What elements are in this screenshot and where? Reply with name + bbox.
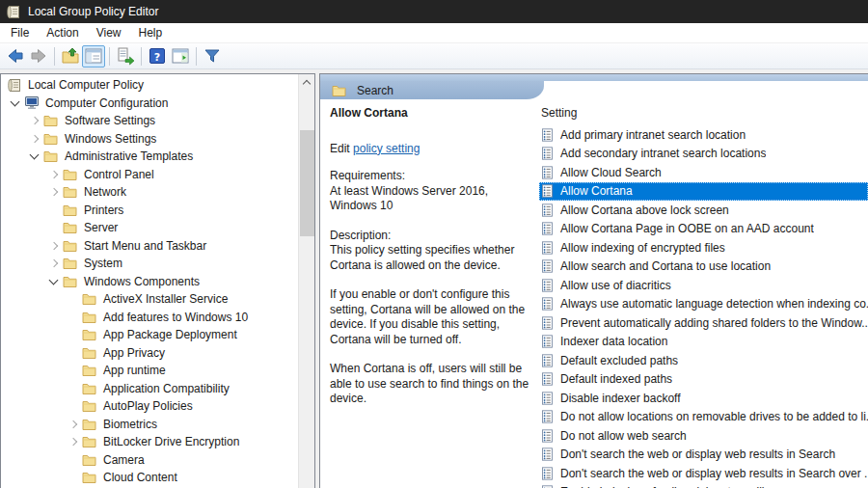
list-item[interactable]: Prevent automatically adding shared fold… [539, 313, 868, 333]
chevron-right-icon[interactable] [45, 183, 63, 201]
setting-label: Allow Cortana [560, 184, 633, 198]
requirements-text: At least Windows Server 2016, Windows 10 [330, 184, 529, 214]
list-item[interactable]: Do not allow web search [539, 426, 868, 446]
setting-label: Allow Cloud Search [560, 166, 662, 179]
edit-policy-setting-link[interactable]: policy setting [353, 142, 420, 155]
chevron-right-icon[interactable] [45, 166, 63, 183]
folder-icon [82, 435, 98, 449]
menu-file[interactable]: File [2, 24, 38, 41]
help-button[interactable]: ? [146, 45, 169, 68]
console-tree-pane: Local Computer PolicyComputer Configurat… [0, 73, 315, 488]
tree-item-label: Camera [103, 453, 145, 467]
results-pane: Search Allow Cortana Edit policy setting… [319, 73, 868, 488]
export-list-icon [116, 46, 135, 66]
list-item[interactable]: Enable indexing of online delegate mailb… [539, 483, 868, 488]
setting-doc-icon [541, 165, 556, 179]
setting-doc-icon [541, 315, 556, 330]
list-item[interactable]: Don't search the web or display web resu… [539, 446, 868, 465]
tree-item-control-panel[interactable]: Control Panel [1, 166, 298, 184]
export-list-button[interactable] [114, 45, 137, 68]
chevron-placeholder [65, 451, 82, 469]
chevron-right-icon[interactable] [26, 112, 43, 129]
show-console-tree-button[interactable] [82, 45, 105, 68]
tree-item-system[interactable]: System [1, 255, 298, 273]
show-action-pane-button[interactable] [169, 45, 192, 68]
setting-label: Always use automatic language detection … [560, 297, 868, 311]
tree-item-app-runtime[interactable]: App runtime [1, 362, 298, 380]
menu-view[interactable]: View [88, 24, 130, 41]
tree-item-windows-components[interactable]: Windows Components [1, 273, 298, 291]
tree-item-add-features-to-windows-10[interactable]: Add features to Windows 10 [1, 309, 298, 327]
list-item[interactable]: Allow Cortana Page in OOBE on an AAD acc… [539, 220, 868, 239]
setting-doc-icon [541, 127, 556, 142]
setting-doc-icon [541, 240, 556, 255]
list-item[interactable]: Allow use of diacritics [539, 276, 868, 295]
tree-item-computer-configuration[interactable]: Computer Configuration [1, 95, 298, 113]
scrollbar-thumb[interactable] [300, 130, 314, 236]
tree-item-label: Cloud Content [103, 471, 177, 484]
list-item[interactable]: Default excluded paths [539, 351, 868, 370]
list-item[interactable]: Add primary intranet search location [539, 125, 868, 145]
edit-prefix-label: Edit [330, 142, 350, 155]
list-item[interactable]: Do not allow locations on removable driv… [539, 408, 868, 427]
folder-icon [63, 167, 79, 181]
tree-item-label: App Package Deployment [103, 328, 237, 341]
setting-label: Prevent automatically adding shared fold… [560, 316, 868, 330]
forward-button[interactable] [27, 45, 50, 68]
chevron-down-icon[interactable] [45, 273, 63, 290]
tree-item-label: Printers [84, 203, 123, 217]
list-item[interactable]: Don't search the web or display web resu… [539, 464, 868, 483]
tree-scrollbar[interactable] [298, 74, 314, 488]
tree-item-app-privacy[interactable]: App Privacy [1, 344, 298, 363]
tree-item-autoplay-policies[interactable]: AutoPlay Policies [1, 397, 298, 416]
chevron-down-icon[interactable] [7, 95, 24, 112]
app-scroll-icon [6, 4, 22, 19]
up-one-level-button[interactable] [59, 45, 82, 68]
tree-item-label: Administrative Templates [65, 149, 193, 163]
list-item[interactable]: Allow Cloud Search [539, 163, 868, 182]
chevron-right-icon[interactable] [65, 433, 82, 450]
list-item-selected[interactable]: Allow Cortana [539, 182, 868, 202]
list-item[interactable]: Disable indexer backoff [539, 389, 868, 408]
tree-item-activex-installer-service[interactable]: ActiveX Installer Service [1, 290, 298, 309]
tree-item-printers[interactable]: Printers [1, 202, 298, 220]
tree-item-cloud-content[interactable]: Cloud Content [1, 469, 298, 487]
tree-item-administrative-templates[interactable]: Administrative Templates [1, 148, 298, 166]
list-item[interactable]: Default indexed paths [539, 370, 868, 390]
chevron-right-icon[interactable] [45, 237, 63, 255]
chevron-down-icon[interactable] [26, 148, 43, 165]
filter-button[interactable] [201, 45, 224, 68]
list-item[interactable]: Indexer data location [539, 333, 868, 352]
chevron-right-icon[interactable] [45, 255, 63, 272]
scrollbar-up-icon[interactable] [299, 74, 314, 91]
tree-item-start-menu-and-taskbar[interactable]: Start Menu and Taskbar [1, 237, 298, 256]
list-item[interactable]: Allow search and Cortana to use location [539, 258, 868, 277]
window-title: Local Group Policy Editor [28, 5, 158, 18]
list-item[interactable]: Allow indexing of encrypted files [539, 238, 868, 258]
back-button[interactable] [4, 45, 27, 68]
tree-item-app-package-deployment[interactable]: App Package Deployment [1, 326, 298, 344]
setting-column-header[interactable]: Setting [539, 99, 868, 125]
tree-item-local-computer-policy[interactable]: Local Computer Policy [1, 76, 298, 95]
tree-item-bitlocker-drive-encryption[interactable]: BitLocker Drive Encryption [1, 433, 298, 451]
list-item[interactable]: Allow Cortana above lock screen [539, 201, 868, 220]
list-item[interactable]: Add secondary intranet search locations [539, 145, 868, 164]
description-paragraph: When Cortana is off, users will still be… [330, 362, 529, 407]
tree-item-camera[interactable]: Camera [1, 451, 298, 470]
setting-doc-icon [541, 391, 556, 405]
chevron-right-icon[interactable] [26, 130, 43, 148]
menu-action[interactable]: Action [38, 24, 87, 41]
tree-item-biometrics[interactable]: Biometrics [1, 416, 298, 434]
setting-doc-icon [541, 410, 556, 424]
chevron-right-icon[interactable] [65, 416, 82, 433]
tree-item-application-compatibility[interactable]: Application Compatibility [1, 380, 298, 398]
tree-item-network[interactable]: Network [1, 183, 298, 202]
folder-icon [63, 185, 79, 200]
tree-item-server[interactable]: Server [1, 219, 298, 237]
list-item[interactable]: Always use automatic language detection … [539, 295, 868, 314]
setting-doc-icon [541, 372, 556, 387]
setting-label: Allow use of diacritics [560, 279, 671, 292]
tree-item-software-settings[interactable]: Software Settings [1, 112, 298, 130]
tree-item-windows-settings[interactable]: Windows Settings [1, 130, 298, 149]
menu-help[interactable]: Help [130, 24, 172, 41]
